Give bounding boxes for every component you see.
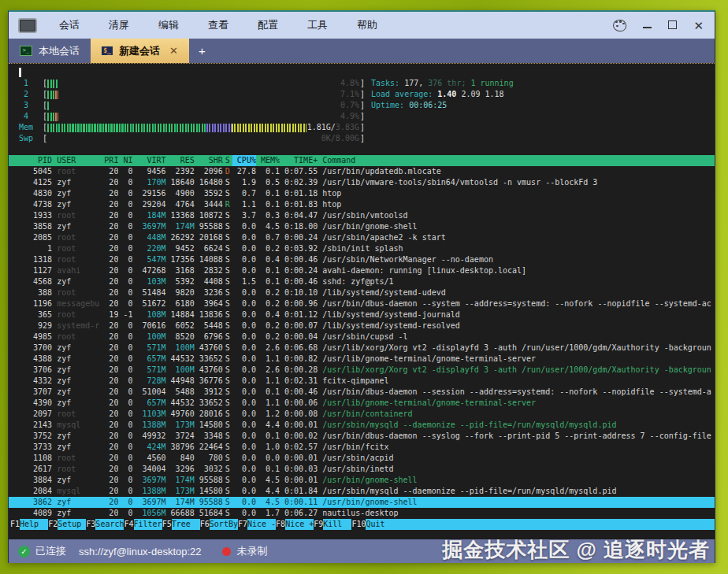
cell-mem: 0.3 <box>256 210 280 221</box>
uptime-line: Uptime: 00:06:25 <box>371 100 715 111</box>
process-row[interactable]: 2085root200448M2629220168S0.00.70:00.24/… <box>9 232 715 243</box>
close-button[interactable]: ✕ <box>693 20 704 31</box>
cell-res: 14884 <box>166 309 195 320</box>
cell-cpu: 1.5 <box>232 276 256 287</box>
menu-item[interactable]: 清屏 <box>109 18 129 32</box>
process-row[interactable]: 4388zyf200657M4453233652S0.01.10:00.82/u… <box>9 354 715 365</box>
process-row[interactable]: 1318root200547M1735614088S0.00.40:00.46/… <box>9 254 715 265</box>
tab-close-icon[interactable]: ✕ <box>169 45 178 57</box>
cell-user: zyf <box>57 497 99 508</box>
cell-time: 0:01.18 <box>280 188 318 199</box>
column-header-res[interactable]: RES <box>166 155 195 166</box>
meter-row: Mem[1.81G/3.83G] <box>9 122 365 133</box>
process-row[interactable]: 388root2005148498203236S0.00.20:10.10/li… <box>9 287 715 298</box>
fkey-f1[interactable]: F1Help <box>10 519 48 530</box>
column-header-virt[interactable]: VIRT <box>132 155 165 166</box>
cell-ni: 0 <box>118 398 132 409</box>
process-row[interactable]: 4332zyf200728M4494836776S0.01.10:02.31fc… <box>9 376 715 387</box>
process-row[interactable]: 2084mysql2001388M173M14580S0.04.40:01.84… <box>9 486 715 497</box>
menu-item[interactable]: 查看 <box>208 18 228 32</box>
process-row[interactable]: 3700zyf200571M100M43760S0.02.60:06.68/us… <box>9 343 715 354</box>
process-row[interactable]: 1108root2004560840780S0.00.00:00.01/usr/… <box>9 453 715 464</box>
cell-user: root <box>57 254 99 265</box>
process-row[interactable]: 3706zyf200571M100M43760S0.02.60:00.28/us… <box>9 365 715 376</box>
cell-pid: 4830 <box>19 188 52 199</box>
cell-virt: 547M <box>132 254 165 265</box>
text-cursor <box>19 68 21 77</box>
fkey-f7[interactable]: F7Nice - <box>238 519 276 530</box>
new-tab-button[interactable]: + <box>189 39 215 63</box>
process-row[interactable]: 5045root200945623922096D27.80.10:07.55/u… <box>9 166 715 177</box>
connected-check-icon: ✓ <box>18 546 30 557</box>
cell-user: root <box>57 287 99 298</box>
process-row[interactable]: 4985root200100M85206796S0.00.20:00.04/us… <box>9 331 715 343</box>
fkey-f5[interactable]: F5Tree <box>162 519 200 530</box>
menu-item[interactable]: 配置 <box>258 18 278 32</box>
recording-status[interactable]: 未录制 <box>237 544 268 558</box>
fkey-f10[interactable]: F10Quit <box>351 519 715 530</box>
column-header-time[interactable]: TIME+ <box>280 155 318 166</box>
process-row[interactable]: 3884zyf2003697M174M95588S0.04.50:00.01/u… <box>9 475 715 486</box>
fkey-f3[interactable]: F3Search <box>86 519 124 530</box>
process-row[interactable]: 4125zyf200170M1864016480S1.90.50:02.39/u… <box>9 177 715 188</box>
process-row[interactable]: 4089zyf2001056M6668851684S0.01.70:06.27n… <box>9 508 715 519</box>
watermark-text: 掘金技术社区 @ 追逐时光者 <box>442 536 710 564</box>
cell-shr: 33652 <box>195 354 223 365</box>
column-header-pid[interactable]: PID <box>19 155 52 166</box>
process-row[interactable]: 4830zyf2002915649003592S0.70.10:01.18hto… <box>9 188 715 199</box>
process-row[interactable]: 4390zyf200657M4453233652S0.01.10:00.06/u… <box>9 398 715 409</box>
process-row[interactable]: 3858zyf2003697M174M95588S0.04.50:18.00/u… <box>9 221 715 232</box>
process-row[interactable]: 4568zyf200103M53924408S1.50.10:00.46sshd… <box>9 276 715 287</box>
process-row[interactable]: 3752zyf2004993237243348S0.00.10:00.02/us… <box>9 431 715 442</box>
column-header-user[interactable]: USER <box>57 155 99 166</box>
column-header-s[interactable]: S <box>223 155 232 166</box>
theme-palette-icon[interactable] <box>613 20 626 31</box>
menu-item[interactable]: 编辑 <box>158 18 179 32</box>
fkey-f8[interactable]: F8Nice + <box>276 519 314 530</box>
cell-pri: 20 <box>99 331 118 343</box>
menu-item[interactable]: 帮助 <box>357 18 377 32</box>
process-row[interactable]: 2097root2001103M4976028016S0.01.20:00.08… <box>9 409 715 420</box>
process-row[interactable]: 929systemd-r2007061660525448S0.00.20:00.… <box>9 320 715 331</box>
process-row[interactable]: 365root19-1108M1488413836S0.00.40:01.12/… <box>9 309 715 320</box>
process-row[interactable]: 3707zyf2005100454883912S0.00.10:00.46/us… <box>9 387 715 398</box>
fkey-f4[interactable]: F4Filter <box>124 519 162 530</box>
cell-ni: 0 <box>118 298 132 309</box>
column-header-ni[interactable]: NI <box>118 155 132 166</box>
meter-value: 7.1% <box>340 89 359 100</box>
process-table-header: PIDUSERPRINIVIRTRESSHRSCPU%MEM%TIME+Comm… <box>9 155 715 166</box>
fkey-f6[interactable]: F6SortBy <box>200 519 238 530</box>
process-row[interactable]: 3733zyf200424M3879622464S0.01.00:02.57/u… <box>9 442 715 453</box>
maximize-button[interactable] <box>668 20 677 31</box>
cell-user: root <box>57 453 99 464</box>
process-row[interactable]: 2617root2003400432963032S0.00.10:00.03/u… <box>9 464 715 475</box>
meter-value: 4.8% <box>340 78 359 89</box>
menu-item[interactable]: 工具 <box>307 18 328 32</box>
cell-time: 0:00.46 <box>280 254 318 265</box>
function-key-bar: F1HelpF2SetupF3SearchF4FilterF5TreeF6Sor… <box>9 519 715 530</box>
process-row[interactable]: 1196messagebu2005167261803964S0.00.20:00… <box>9 298 715 309</box>
terminal-screen[interactable]: 1[4.8%] 2[7.1%] 3[0.7%] 4[4.9%]Mem[1.81G… <box>9 63 715 539</box>
process-row[interactable]: 3862zyf2003697M174M95588S0.04.50:00.11/u… <box>9 497 715 508</box>
fkey-f2[interactable]: F2Setup <box>48 519 86 530</box>
column-header-cpu[interactable]: CPU% <box>232 155 256 166</box>
menu-item[interactable]: 会话 <box>59 18 80 32</box>
minimize-button[interactable] <box>643 20 652 31</box>
tab-new-session[interactable]: $_ 新建会话 ✕ <box>91 39 189 63</box>
process-row[interactable]: 4738zyf2002920447643444R1.10.10:01.83hto… <box>9 199 715 210</box>
process-row[interactable]: 2143mysql2001388M173M14580S0.04.40:00.01… <box>9 420 715 431</box>
tab-local-session[interactable]: >_ 本地会话 <box>9 39 91 63</box>
column-header-pri[interactable]: PRI <box>99 155 118 166</box>
process-row[interactable]: 1root200220M94526624S0.00.20:03.92/sbin/… <box>9 243 715 254</box>
column-header-shr[interactable]: SHR <box>195 155 223 166</box>
process-row[interactable]: 1127avahi2004726831682832S0.00.10:00.24a… <box>9 265 715 276</box>
process-row[interactable]: 1933root200184M1336810872S3.70.30:04.47/… <box>9 210 715 221</box>
cell-user: root <box>57 409 99 420</box>
fkey-f9[interactable]: F9Kill <box>314 519 351 530</box>
cell-res: 100M <box>166 343 195 354</box>
column-header-mem[interactable]: MEM% <box>256 155 280 166</box>
column-header-cmd[interactable]: Command <box>322 155 715 166</box>
cell-cpu: 0.0 <box>232 298 256 309</box>
cell-time: 0:00.06 <box>280 398 318 409</box>
cell-time: 0:01.83 <box>280 199 318 210</box>
